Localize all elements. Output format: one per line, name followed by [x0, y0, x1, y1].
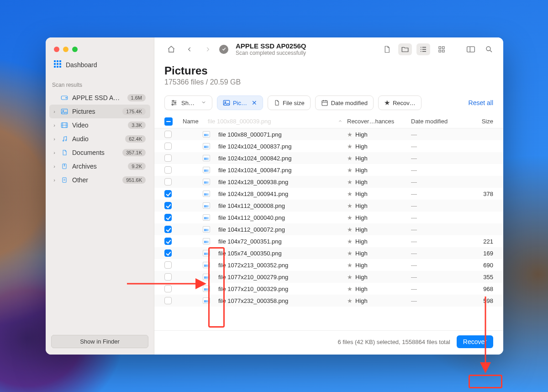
row-checkbox[interactable]: [164, 131, 172, 138]
recovery-chance: High: [355, 274, 368, 281]
search-button[interactable]: [482, 43, 496, 55]
home-button[interactable]: [164, 43, 178, 55]
forward-button[interactable]: [201, 43, 215, 55]
row-checkbox[interactable]: [164, 143, 172, 150]
file-thumb-icon: [203, 202, 210, 209]
show-in-finder-button[interactable]: Show in Finder: [51, 335, 148, 348]
star-icon: ★: [347, 274, 353, 281]
date-modified: —: [411, 131, 466, 138]
file-name: file 1072x213_000352.png: [218, 262, 288, 269]
view-grid-button[interactable]: [435, 43, 448, 55]
svg-point-26: [172, 104, 173, 106]
sidebar-item-pictures[interactable]: ›Pictures175.4K: [49, 105, 150, 118]
table-row[interactable]: file 1072x213_000352.png★High—690: [154, 259, 503, 271]
file-thumb-icon: [203, 226, 210, 233]
sidebar-item-apple-ssd-ap0-[interactable]: APPLE SSD AP0…1.6M: [49, 91, 150, 105]
recovery-chance: High: [355, 286, 368, 292]
date-modified: —: [411, 297, 466, 304]
row-checkbox[interactable]: [164, 178, 172, 185]
filter-bar: Sh… Pic… ✕ File size Date modified: [154, 88, 503, 115]
table-row[interactable]: file 104x112_000040.png★High—: [154, 212, 503, 223]
maximize-window-button[interactable]: [72, 47, 78, 52]
sidebar-item-video[interactable]: ›Video3.3K: [49, 118, 150, 132]
svg-rect-20: [439, 50, 441, 52]
sidebar-item-count: 951.6K: [122, 176, 146, 184]
selection-status: 6 files (42 KB) selected, 1558864 files …: [337, 339, 450, 345]
doc-icon: [60, 148, 68, 157]
row-checkbox[interactable]: [164, 202, 172, 209]
chevron-right-icon: ›: [52, 109, 57, 114]
table-row[interactable]: file 100x88_000071.png★High—: [154, 128, 503, 140]
sidebar-item-label: Archives: [72, 163, 124, 170]
table-row[interactable]: file 1024x1024_000847.png★High—: [154, 164, 503, 176]
table-header: Name file 100x88_000039.png Recover…hanc…: [154, 115, 503, 128]
row-checkbox[interactable]: [164, 226, 172, 233]
type-filter[interactable]: Pic… ✕: [217, 95, 263, 110]
sidebar-toggle-button[interactable]: [464, 43, 478, 55]
table-row[interactable]: file 1077x210_000329.png★High—968: [154, 283, 503, 295]
chevron-down-icon: [201, 100, 206, 106]
svg-rect-0: [54, 60, 56, 62]
table-row[interactable]: file 1024x128_000941.png★High—378: [154, 188, 503, 200]
file-name: file 104x112_000008.png: [218, 202, 285, 209]
sidebar-item-documents[interactable]: ›Documents357.1K: [49, 146, 150, 159]
row-checkbox[interactable]: [164, 166, 172, 174]
date-modified: —: [411, 202, 466, 209]
column-name[interactable]: Name: [183, 118, 199, 125]
svg-rect-18: [439, 47, 441, 49]
table-row[interactable]: file 1024x1024_000837.png★High—: [154, 140, 503, 152]
table-row[interactable]: file 1077x210_000279.png★High—355: [154, 271, 503, 283]
clear-type-filter-icon[interactable]: ✕: [252, 99, 257, 106]
sidebar-item-archives[interactable]: ›Archives9.2K: [49, 159, 150, 173]
back-button[interactable]: [183, 43, 196, 55]
filesize-filter[interactable]: File size: [268, 95, 311, 110]
table-row[interactable]: file 104x112_000008.png★High—: [154, 200, 503, 212]
recovery-filter[interactable]: ★ Recov…: [378, 95, 422, 110]
select-all-checkbox[interactable]: [164, 117, 173, 126]
table-row[interactable]: file 1024x1024_000842.png★High—: [154, 152, 503, 164]
row-checkbox[interactable]: [164, 154, 172, 162]
drive-icon: [60, 94, 68, 102]
column-recovery[interactable]: Recover…hances: [347, 118, 411, 125]
row-checkbox[interactable]: [164, 297, 172, 304]
minimize-window-button[interactable]: [63, 47, 68, 52]
row-checkbox[interactable]: [164, 249, 172, 257]
column-date[interactable]: Date modified: [411, 118, 466, 125]
dashboard-label: Dashboard: [66, 61, 97, 69]
table-row[interactable]: file 104x112_000072.png★High—: [154, 223, 503, 235]
file-name: file 1077x210_000329.png: [218, 286, 288, 292]
sidebar-item-label: Documents: [72, 149, 119, 156]
table-row[interactable]: file 1024x128_000938.png★High—: [154, 176, 503, 188]
reset-filters-button[interactable]: Reset all: [469, 99, 493, 106]
footer-bar: 6 files (42 KB) selected, 1558864 files …: [154, 330, 503, 355]
page-title: Pictures: [164, 64, 493, 77]
row-checkbox[interactable]: [164, 238, 172, 245]
row-checkbox[interactable]: [164, 273, 172, 281]
sidebar-item-audio[interactable]: ›Audio62.4K: [49, 132, 150, 146]
row-checkbox[interactable]: [164, 190, 172, 197]
other-icon: [60, 176, 68, 184]
row-checkbox[interactable]: [164, 214, 172, 221]
sidebar-item-other[interactable]: ›Other951.6K: [49, 173, 150, 187]
column-size[interactable]: Size: [466, 118, 493, 125]
svg-point-23: [486, 47, 490, 51]
file-size: 598: [466, 297, 493, 304]
sidebar-item-label: Other: [72, 176, 119, 184]
date-modified: —: [411, 179, 466, 185]
date-filter[interactable]: Date modified: [315, 95, 374, 110]
row-checkbox[interactable]: [164, 285, 172, 292]
view-folder-button[interactable]: [398, 43, 412, 55]
table-row[interactable]: file 104x72_000351.png★High—221: [154, 235, 503, 247]
recover-button[interactable]: Recover: [457, 335, 493, 348]
show-filter[interactable]: Sh…: [164, 95, 212, 110]
table-row[interactable]: file 105x74_000350.png★High—169: [154, 247, 503, 259]
close-window-button[interactable]: [54, 47, 59, 52]
view-doc-button[interactable]: [380, 43, 394, 55]
svg-rect-22: [467, 47, 475, 52]
view-list-button[interactable]: [416, 43, 430, 55]
dashboard-nav[interactable]: Dashboard: [46, 58, 154, 72]
table-row[interactable]: file 1077x232_000358.png★High—598: [154, 295, 503, 307]
sort-asc-icon[interactable]: [338, 119, 342, 124]
file-name: file 1024x1024_000837.png: [218, 143, 291, 150]
row-checkbox[interactable]: [164, 261, 172, 269]
